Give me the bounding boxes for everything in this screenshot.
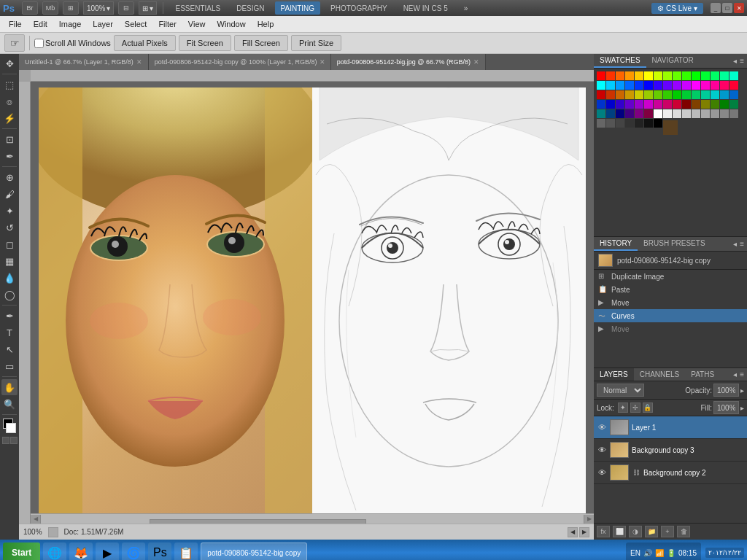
- taskbar-firefox[interactable]: 🦊: [69, 542, 93, 560]
- swatch[interactable]: [663, 90, 672, 99]
- lasso-tool[interactable]: ⌾: [1, 93, 18, 109]
- layers-tab[interactable]: LAYERS: [594, 368, 634, 381]
- path-select-tool[interactable]: ↖: [1, 341, 18, 357]
- more-btn[interactable]: »: [458, 1, 474, 15]
- swatch[interactable]: [682, 109, 691, 118]
- swatch[interactable]: [729, 71, 738, 80]
- swatches-tab[interactable]: SWATCHES: [594, 54, 646, 68]
- hand-tool[interactable]: ✋: [1, 379, 18, 395]
- swatch[interactable]: [625, 109, 634, 118]
- swatch[interactable]: [711, 81, 719, 90]
- pen-tool[interactable]: ✒: [1, 308, 18, 324]
- menu-window[interactable]: Window: [212, 16, 252, 32]
- swatch[interactable]: [701, 100, 710, 109]
- gradient-tool[interactable]: ▦: [1, 253, 18, 269]
- history-panel-scroll[interactable]: ◂: [733, 240, 737, 248]
- tab-potd-100[interactable]: potd-090806-95142-big copy @ 100% (Layer…: [149, 54, 331, 70]
- swatch[interactable]: [701, 109, 710, 118]
- maximize-btn[interactable]: □: [722, 3, 732, 13]
- paths-tab[interactable]: PATHS: [685, 368, 720, 381]
- h-scrollbar-thumb[interactable]: [150, 519, 367, 524]
- blend-mode-select[interactable]: Normal Multiply Screen Overlay: [597, 384, 644, 397]
- swatch-red[interactable]: [597, 71, 605, 80]
- scroll-right-btn[interactable]: ▶: [584, 515, 594, 524]
- swatch[interactable]: [729, 100, 738, 109]
- fill-screen-btn[interactable]: Fill Screen: [234, 35, 288, 51]
- opacity-arrow[interactable]: ▸: [740, 386, 744, 394]
- swatch[interactable]: [720, 109, 729, 118]
- swatch[interactable]: [711, 71, 719, 80]
- crop-tool[interactable]: ⊡: [1, 131, 18, 147]
- swatch[interactable]: [606, 90, 615, 99]
- swatch-white[interactable]: [654, 109, 662, 118]
- history-item-curves[interactable]: 〜 Curves: [594, 309, 747, 322]
- swatch[interactable]: [644, 81, 653, 90]
- swatch[interactable]: [625, 71, 634, 80]
- swatch[interactable]: [663, 81, 672, 90]
- tab-potd-66[interactable]: potd-090806-95142-big.jpg @ 66.7% (RGB/8…: [331, 54, 486, 70]
- zoom-menu-btn[interactable]: [48, 527, 58, 537]
- design-btn[interactable]: DESIGN: [231, 1, 270, 15]
- swatch[interactable]: [616, 109, 624, 118]
- canvas-btn[interactable]: ⊟: [118, 1, 134, 15]
- swatch[interactable]: [597, 119, 605, 128]
- mini-bridge-btn[interactable]: Mb: [42, 1, 58, 15]
- delete-layer-btn[interactable]: 🗑: [677, 526, 690, 537]
- close-btn[interactable]: ✕: [734, 3, 744, 13]
- cs-live-btn[interactable]: ⚙ CS Live ▾: [651, 3, 703, 14]
- text-tool[interactable]: T: [1, 324, 18, 341]
- blur-tool[interactable]: 💧: [1, 270, 18, 286]
- photography-btn[interactable]: PHOTOGRAPHY: [325, 1, 393, 15]
- quick-mask-btn[interactable]: [2, 437, 9, 444]
- swatch[interactable]: [635, 90, 643, 99]
- swatch[interactable]: [701, 90, 710, 99]
- swatch[interactable]: [701, 81, 710, 90]
- swatch[interactable]: [635, 119, 643, 128]
- swatch[interactable]: [682, 100, 691, 109]
- swatch[interactable]: [644, 71, 653, 80]
- brush-tool[interactable]: 🖌: [1, 186, 18, 202]
- swatch[interactable]: [625, 119, 634, 128]
- menu-help[interactable]: Help: [252, 16, 280, 32]
- swatch[interactable]: [654, 100, 662, 109]
- scroll-all-windows-input[interactable]: [34, 39, 44, 48]
- view-btn[interactable]: ⊞ ▾: [139, 1, 157, 15]
- swatch[interactable]: [597, 90, 605, 99]
- layer-item-layer1[interactable]: 👁 Layer 1: [594, 416, 747, 439]
- taskbar-active-window[interactable]: potd-090806-95142-big copy: [201, 542, 307, 560]
- layer-mask-btn[interactable]: ⬜: [613, 526, 626, 537]
- print-size-btn[interactable]: Print Size: [291, 35, 341, 51]
- dodge-tool[interactable]: ◯: [1, 287, 18, 303]
- screen-mode-btn[interactable]: [10, 437, 18, 444]
- swatch[interactable]: [673, 81, 681, 90]
- swatch[interactable]: [663, 71, 672, 80]
- layer-adjustment-btn[interactable]: ◑: [629, 526, 642, 537]
- swatch[interactable]: [644, 100, 653, 109]
- essentials-btn[interactable]: ESSENTIALS: [169, 1, 226, 15]
- menu-select[interactable]: Select: [119, 16, 153, 32]
- menu-file[interactable]: File: [3, 16, 28, 32]
- swatch[interactable]: [692, 109, 700, 118]
- swatch[interactable]: [597, 81, 605, 90]
- tab-untitled[interactable]: Untitled-1 @ 66.7% (Layer 1, RGB/8) ✕: [19, 54, 149, 70]
- layers-menu[interactable]: ≡: [740, 370, 744, 378]
- color-swatches[interactable]: [1, 419, 18, 435]
- h-scrollbar[interactable]: ◀ ▶: [31, 513, 594, 524]
- nav-left[interactable]: ◀: [568, 527, 578, 537]
- swatch[interactable]: [720, 81, 729, 90]
- swatch[interactable]: [729, 81, 738, 90]
- swatch[interactable]: [663, 100, 672, 109]
- swatch[interactable]: [606, 109, 615, 118]
- start-button[interactable]: Start: [3, 542, 40, 560]
- layer-group-btn[interactable]: 📁: [645, 526, 658, 537]
- new-in-cs5-btn[interactable]: NEW IN CS 5: [398, 1, 454, 15]
- history-item-paste[interactable]: 📋 Paste: [594, 283, 747, 296]
- swatch[interactable]: [635, 81, 643, 90]
- swatch[interactable]: [654, 71, 662, 80]
- swatch-dark-brown[interactable]: [663, 120, 678, 135]
- quick-select-tool[interactable]: ⚡: [1, 110, 18, 126]
- taskbar-photoshop[interactable]: Ps: [148, 542, 171, 560]
- healing-brush-tool[interactable]: ⊕: [1, 169, 18, 185]
- swatch[interactable]: [635, 109, 643, 118]
- painting-btn[interactable]: PAINTING: [275, 1, 320, 15]
